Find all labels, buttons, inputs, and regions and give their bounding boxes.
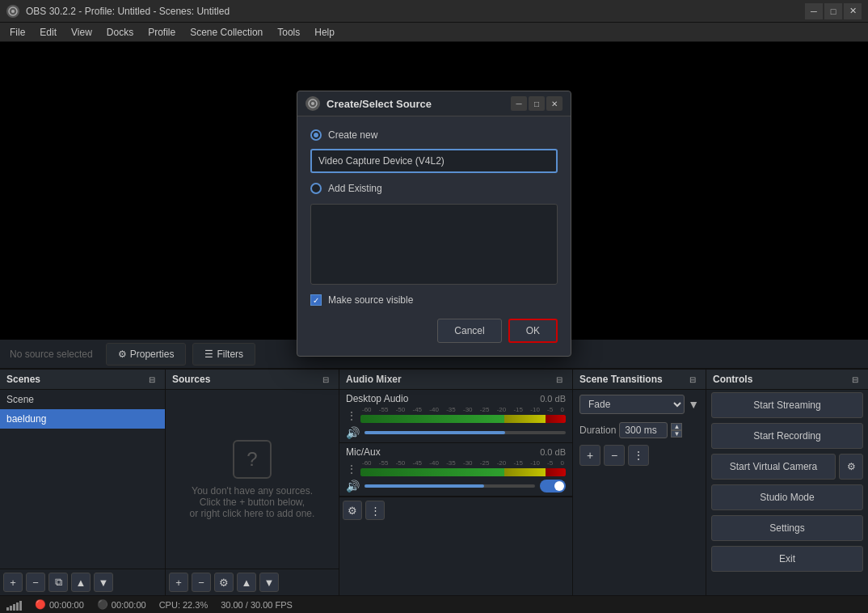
scene-item-scene[interactable]: Scene [0,390,165,409]
transition-type-select[interactable]: Fade Cut Swipe Slide Stinger [579,395,685,414]
remove-transition-button[interactable]: − [604,445,625,466]
signal-bar-5 [19,601,22,611]
controls-panel: Controls ⊟ Start Streaming Start Recordi… [706,370,868,595]
virtual-camera-row: Start Virtual Camera ⚙ [711,454,863,480]
signal-bars-icon [6,599,22,611]
move-scene-up-button[interactable]: ▲ [71,573,91,592]
duration-input[interactable] [619,422,668,438]
transitions-panel-title: Scene Transitions [579,374,663,385]
move-source-up-button[interactable]: ▲ [237,573,256,592]
fps-label: 30.00 / 30.00 FPS [221,600,293,610]
remove-scene-button[interactable]: − [26,573,45,592]
sources-panel-header: Sources ⊟ [166,370,339,390]
menu-scene-collection[interactable]: Scene Collection [183,25,269,40]
duration-down-button[interactable]: ▼ [671,430,682,438]
add-scene-button[interactable]: + [3,573,23,592]
settings-button[interactable]: Settings [711,515,863,541]
menu-edit[interactable]: Edit [33,25,63,40]
desktop-audio-volume-icon[interactable]: 🔊 [346,426,360,439]
scene-item-baeldung[interactable]: baeldung [0,409,165,429]
obs-logo-icon [6,5,19,18]
modal-close-button[interactable]: ✕ [546,96,563,111]
menu-tools[interactable]: Tools [271,25,306,40]
sources-panel-menu[interactable]: ⊟ [319,373,332,386]
start-recording-button[interactable]: Start Recording [711,423,863,449]
menu-file[interactable]: File [3,25,32,40]
menu-help[interactable]: Help [308,25,341,40]
source-settings-button[interactable]: ⚙ [214,573,234,592]
modal-body: Create new Add Existing Make source visi [297,116,571,356]
mic-aux-mute-toggle[interactable] [540,480,566,493]
cancel-button[interactable]: Cancel [437,319,501,343]
desktop-audio-track: Desktop Audio 0.0 dB ⋮ -60-55-50-45-40-3… [339,390,572,443]
studio-mode-button[interactable]: Studio Mode [711,484,863,510]
existing-sources-list[interactable] [310,204,558,285]
mic-aux-menu[interactable]: ⋮ [346,463,357,476]
move-source-down-button[interactable]: ▼ [259,573,279,592]
sources-panel-title: Sources [172,374,210,385]
transition-actions: + − ⋮ [573,442,706,469]
menu-docks[interactable]: Docks [100,25,140,40]
meter-green [360,415,504,423]
meter-red [546,415,566,423]
transitions-panel-menu[interactable]: ⊟ [686,373,699,386]
modal-minimize-button[interactable]: ─ [511,96,527,111]
duration-label: Duration [579,425,616,436]
mic-aux-volume-slider[interactable] [364,484,535,488]
menu-view[interactable]: View [65,25,99,40]
close-button[interactable]: ✕ [844,3,862,19]
modal-restore-button[interactable]: □ [529,96,545,111]
title-bar-controls: ─ □ ✕ [805,3,862,19]
mic-aux-volume-icon[interactable]: 🔊 [346,480,360,493]
start-virtual-camera-button[interactable]: Start Virtual Camera [711,454,836,480]
recording-time-item: ⚫ 00:00:00 [97,599,146,610]
modal-footer: Cancel OK [310,319,558,343]
ok-button[interactable]: OK [508,319,558,343]
properties-button[interactable]: ⚙ Properties [106,343,187,366]
transition-select-arrow[interactable]: ▼ [688,398,699,411]
add-existing-radio[interactable] [310,183,322,194]
make-visible-checkbox[interactable] [310,294,322,306]
controls-panel-menu[interactable]: ⊟ [849,373,862,386]
maximize-button[interactable]: □ [824,3,842,19]
audio-panel-header: Audio Mixer ⊟ [339,370,572,390]
minimize-button[interactable]: ─ [805,3,823,19]
signal-bar-2 [10,606,12,611]
start-streaming-button[interactable]: Start Streaming [711,392,863,418]
docks-area: Scenes ⊟ Scene baeldung + − ⧉ ▲ ▼ Source… [0,369,868,595]
audio-panel-title: Audio Mixer [346,374,402,385]
desktop-audio-db: 0.0 dB [540,394,566,404]
scenes-panel-menu[interactable]: ⊟ [145,373,158,386]
mic-aux-meter [360,468,566,476]
add-transition-button[interactable]: + [579,445,600,466]
mic-meter-yellow [504,468,546,476]
mic-aux-header: Mic/Aux 0.0 dB [346,446,566,458]
status-bar: 🔴 00:00:00 ⚫ 00:00:00 CPU: 22.3% 30.00 /… [0,595,868,613]
filters-button[interactable]: ☰ Filters [192,343,255,366]
virtual-camera-settings-button[interactable]: ⚙ [839,454,863,480]
duration-spinners: ▲ ▼ [671,423,682,438]
desktop-audio-volume-slider[interactable] [364,431,566,434]
add-existing-label: Add Existing [328,183,382,194]
no-source-label: No source selected [0,342,103,366]
remove-source-button[interactable]: − [192,573,211,592]
modal-title-text: Create/Select Source [327,98,432,110]
window-title: OBS 30.2.2 - Profile: Untitled - Scenes:… [26,6,230,17]
audio-settings-button[interactable]: ⚙ [343,501,362,520]
transitions-panel-header: Scene Transitions ⊟ [573,370,706,390]
move-scene-down-button[interactable]: ▼ [94,573,113,592]
duration-up-button[interactable]: ▲ [671,423,682,430]
audio-mixer-panel: Audio Mixer ⊟ Desktop Audio 0.0 dB ⋮ -60… [339,370,573,595]
create-new-radio[interactable] [310,129,322,141]
audio-panel-menu[interactable]: ⊟ [553,373,566,386]
no-sources-message[interactable]: ? You don't have any sources. Click the … [166,390,339,569]
transition-menu-button[interactable]: ⋮ [628,445,649,466]
source-name-input[interactable] [310,149,558,173]
desktop-audio-menu[interactable]: ⋮ [346,409,357,422]
menu-profile[interactable]: Profile [141,25,182,40]
audio-menu-button[interactable]: ⋮ [365,501,385,520]
scene-filter-button[interactable]: ⧉ [48,573,68,592]
transition-select-row: Fade Cut Swipe Slide Stinger ▼ [573,390,706,419]
exit-button[interactable]: Exit [711,546,863,572]
add-source-button[interactable]: + [169,573,188,592]
